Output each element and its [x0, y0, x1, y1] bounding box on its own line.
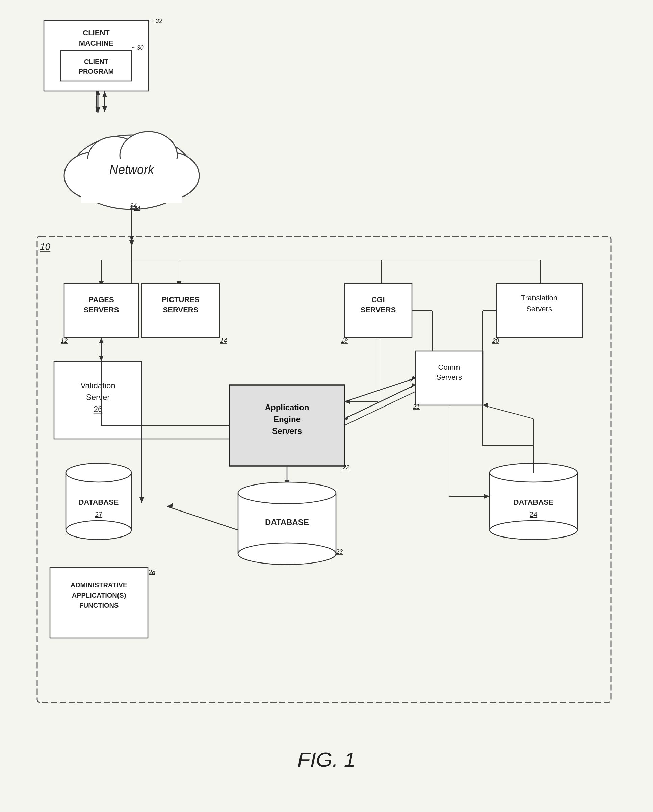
svg-text:Servers: Servers	[526, 305, 552, 313]
svg-text:21: 21	[413, 403, 420, 410]
svg-point-0	[71, 135, 192, 209]
svg-text:DATABASE: DATABASE	[265, 517, 309, 527]
svg-point-1	[64, 152, 125, 199]
svg-marker-67	[99, 337, 104, 343]
svg-text:18: 18	[341, 337, 348, 344]
diagram-container: Network 34 10 PAGES	[27, 14, 621, 722]
svg-text:Engine: Engine	[273, 415, 301, 424]
system-ref-label: 10	[40, 241, 50, 252]
svg-rect-68	[66, 473, 132, 530]
svg-text:Translation: Translation	[521, 294, 557, 302]
svg-rect-48	[54, 361, 142, 439]
svg-point-76	[238, 482, 336, 504]
svg-text:22: 22	[342, 464, 349, 471]
svg-text:PICTURES: PICTURES	[162, 295, 199, 304]
svg-point-70	[66, 520, 131, 540]
svg-marker-112	[102, 106, 107, 112]
svg-text:CLIENT: CLIENT	[83, 29, 110, 37]
svg-marker-95	[483, 403, 488, 408]
svg-text:DATABASE: DATABASE	[514, 498, 554, 507]
svg-line-59	[345, 378, 415, 402]
svg-text:20: 20	[492, 337, 499, 344]
svg-marker-92	[484, 494, 490, 499]
svg-line-121	[345, 392, 415, 426]
svg-text:~ 30: ~ 30	[132, 44, 144, 51]
svg-text:12: 12	[61, 337, 67, 344]
svg-rect-75	[238, 493, 336, 554]
svg-rect-101	[44, 20, 148, 91]
svg-text:PROGRAM: PROGRAM	[79, 67, 114, 75]
svg-rect-52	[230, 385, 345, 466]
svg-marker-120	[139, 497, 144, 503]
svg-marker-58	[99, 356, 104, 361]
svg-text:Comm: Comm	[438, 363, 460, 371]
svg-text:Validation: Validation	[80, 381, 116, 390]
svg-marker-116	[129, 236, 134, 241]
svg-rect-96	[50, 567, 148, 638]
svg-text:14: 14	[220, 337, 227, 344]
svg-marker-113	[102, 91, 107, 97]
svg-text:CGI: CGI	[371, 295, 384, 304]
svg-rect-104	[61, 50, 132, 81]
svg-point-2	[139, 152, 199, 199]
svg-text:FUNCTIONS: FUNCTIONS	[79, 602, 119, 609]
svg-text:ADMINISTRATIVE: ADMINISTRATIVE	[70, 582, 128, 589]
svg-point-3	[88, 137, 142, 181]
svg-text:28: 28	[148, 569, 155, 575]
svg-marker-123	[410, 383, 415, 388]
network-label: Network	[109, 163, 155, 177]
svg-text:34: 34	[130, 202, 137, 209]
diagram-svg: Network 34 10 PAGES	[27, 14, 621, 722]
svg-point-69	[66, 463, 131, 482]
svg-point-77	[238, 543, 336, 565]
svg-text:27: 27	[95, 510, 102, 518]
figure-label: FIG. 1	[298, 748, 355, 771]
svg-marker-60	[410, 376, 415, 382]
svg-text:CLIENT: CLIENT	[84, 58, 108, 66]
svg-rect-22	[64, 284, 139, 337]
svg-text:SERVERS: SERVERS	[163, 305, 198, 314]
svg-text:APPLICATION(S): APPLICATION(S)	[72, 592, 126, 599]
svg-rect-82	[490, 473, 577, 530]
svg-marker-124	[345, 415, 349, 421]
svg-marker-8	[129, 240, 134, 246]
svg-line-80	[167, 507, 238, 530]
svg-line-122	[345, 385, 415, 419]
svg-point-83	[490, 463, 577, 482]
svg-text:Servers: Servers	[436, 373, 462, 382]
svg-text:~ 32: ~ 32	[150, 18, 162, 24]
svg-marker-16	[99, 281, 104, 287]
svg-text:34: 34	[134, 205, 140, 211]
svg-rect-34	[496, 284, 583, 337]
svg-rect-26	[142, 284, 220, 337]
svg-marker-81	[167, 503, 173, 508]
svg-text:23: 23	[336, 548, 343, 555]
svg-text:MACHINE: MACHINE	[79, 39, 114, 47]
svg-marker-18	[177, 281, 181, 287]
svg-text:SERVERS: SERVERS	[84, 305, 119, 314]
svg-text:SERVERS: SERVERS	[361, 305, 396, 314]
svg-marker-11	[96, 90, 100, 95]
svg-text:Server: Server	[86, 393, 110, 402]
svg-line-94	[483, 405, 534, 419]
svg-text:DATABASE: DATABASE	[79, 498, 119, 507]
svg-text:PAGES: PAGES	[88, 295, 114, 304]
svg-rect-38	[415, 351, 483, 405]
svg-rect-21	[37, 237, 611, 702]
svg-point-4	[120, 132, 177, 179]
svg-rect-30	[345, 284, 412, 337]
svg-text:Application: Application	[265, 403, 309, 412]
svg-text:Servers: Servers	[272, 426, 302, 435]
svg-text:26: 26	[93, 404, 103, 414]
svg-point-84	[490, 520, 577, 540]
svg-text:24: 24	[530, 510, 537, 518]
svg-rect-5	[81, 159, 182, 203]
svg-marker-63	[345, 400, 351, 404]
svg-marker-74	[285, 481, 289, 486]
svg-marker-10	[96, 107, 100, 113]
